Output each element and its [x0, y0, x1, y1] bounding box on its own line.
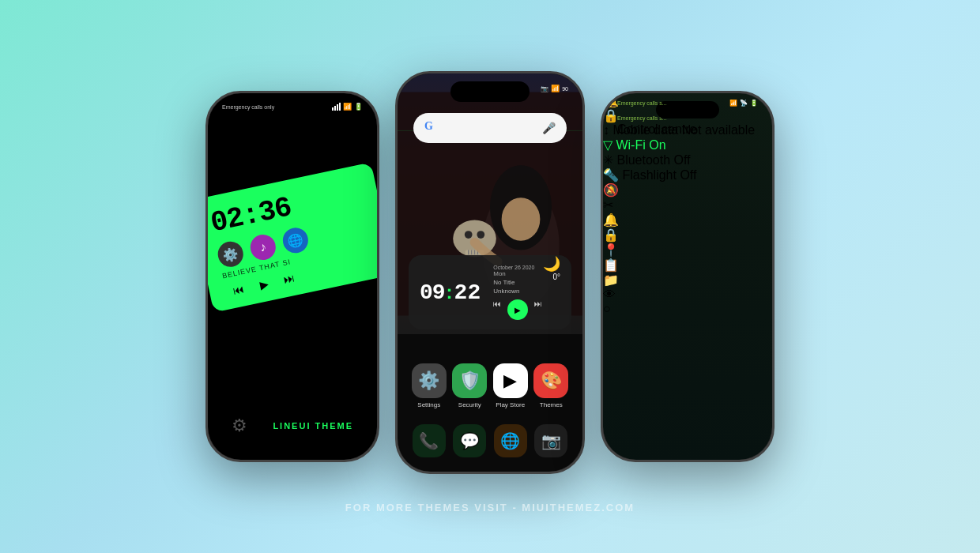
tile-flashlight-title: Flashlight — [622, 168, 676, 182]
security-icon-app: 🛡️ — [452, 363, 487, 398]
signal-icon — [332, 103, 341, 111]
browser-app-icon[interactable]: 🌐 — [281, 225, 311, 255]
app-label-themes: Themes — [540, 401, 563, 408]
tile-flashlight[interactable]: 🔦 Flashlight Off — [603, 167, 772, 182]
tile-bluetooth[interactable]: ✳ Bluetooth Off — [603, 152, 772, 167]
browser-icon: 🌐 — [286, 231, 305, 250]
music-controls-center: ⏮ ▶ ⏭ — [493, 299, 560, 320]
weather-temp: 0° — [552, 273, 560, 281]
tile-wifi-sub: On — [649, 138, 665, 152]
cc-signal-icon: 📶 — [729, 100, 737, 107]
mute-icon[interactable]: 🔕 — [603, 182, 772, 198]
tile-bluetooth-sub: Off — [674, 153, 691, 167]
cc-wifi-icon: 📡 — [740, 100, 748, 107]
files-icon[interactable]: 📁 — [603, 273, 772, 288]
eye-icon[interactable]: 👁 — [603, 288, 772, 302]
brightness-icon: ○ — [603, 302, 611, 315]
prev-button[interactable]: ⏮ — [232, 282, 246, 297]
dock-row: 📞 💬 🌐 📷 — [409, 424, 571, 457]
app-label-playstore: Play Store — [496, 401, 525, 408]
dock-phone[interactable]: 📞 — [413, 424, 446, 457]
camera-icon: 📷 — [541, 85, 548, 92]
wifi-cc-icon: ▽ — [603, 138, 612, 152]
settings-icon-app: ⚙️ — [412, 363, 447, 398]
tile-bluetooth-title: Bluetooth — [616, 153, 670, 167]
cc-icons-row1: 🔕 ✂ 🔔 🔒 — [603, 182, 772, 243]
phone-right: Emergency calls s... 📶 📡 🔋 Emergency cal… — [601, 91, 775, 462]
app-security[interactable]: 🛡️ Security — [452, 363, 487, 408]
rewind-btn[interactable]: ⏮ — [493, 299, 501, 320]
clock-music-widget: 09 : 22 October 26 2020 Mon No Title Unk… — [409, 255, 571, 329]
status-bar-left: Emergency calls only 📶 🔋 — [208, 103, 377, 111]
dock-camera[interactable]: 📷 — [534, 424, 567, 457]
clock-colon: : — [447, 281, 453, 303]
tile-wifi[interactable]: ▽ Wi-Fi On — [603, 137, 772, 152]
music-app-icon[interactable]: ♪ — [248, 232, 278, 262]
dock-browser[interactable]: 🌐 — [494, 424, 527, 457]
clock-min: 22 — [454, 280, 481, 305]
music-widget: 02:36 ⚙️ ♪ 🌐 BELIEVE THAT SI ⏮ ▶ — [208, 162, 377, 312]
flashlight-icon: 🔦 — [603, 168, 619, 182]
phone-left: Emergency calls only 📶 🔋 02:36 — [205, 91, 379, 462]
bell-icon[interactable]: 🔔 — [603, 213, 772, 228]
weather-moon-icon: 🌙 — [543, 255, 560, 273]
wifi-icon: 📶 — [343, 103, 352, 111]
fast-forward-btn[interactable]: ⏭ — [534, 299, 542, 320]
play-button[interactable]: ▶ — [258, 277, 270, 292]
clipboard-icon[interactable]: 📋 — [603, 258, 772, 273]
clock-hour: 09 — [420, 280, 445, 305]
playstore-icon-app: ▶ — [493, 363, 528, 398]
brightness-row: ○ — [603, 302, 772, 316]
play-btn-center[interactable]: ▶ — [507, 299, 528, 320]
cc-emergency-text: Emergency calls s... — [617, 100, 667, 106]
status-icons-center: 📷 📶 90 — [541, 85, 568, 92]
cc-icons-row2: 📍 📋 📁 👁 — [603, 243, 772, 302]
app-themes[interactable]: 🎨 Themes — [533, 363, 568, 408]
app-settings[interactable]: ⚙️ Settings — [412, 363, 447, 408]
cc-status-bar: Emergency calls s... 📶 📡 🔋 — [617, 100, 758, 107]
cc-title-area: Emergency calls s... Control centre — [617, 115, 758, 137]
emergency-text-left: Emergency calls only — [222, 104, 274, 110]
settings-app-icon[interactable]: ⚙️ — [216, 239, 246, 269]
themes-icon-app: 🎨 — [533, 363, 568, 398]
cc-status-icons: 📶 📡 🔋 — [729, 100, 758, 107]
cc-battery-icon: 🔋 — [750, 100, 758, 107]
lock-sm-icon[interactable]: 🔒 — [603, 228, 772, 243]
google-logo: G — [424, 120, 440, 136]
status-bar-center: 📷 📶 90 — [398, 85, 582, 92]
svg-point-3 — [502, 198, 541, 241]
bottom-bar-left: ⚙ LINEUI THEME — [208, 416, 377, 436]
bluetooth-icon: ✳ — [603, 153, 613, 167]
battery-icon: 🔋 — [354, 103, 363, 111]
tile-flashlight-sub: Off — [680, 168, 696, 182]
scissors-icon[interactable]: ✂ — [603, 198, 772, 213]
weather-widget: 🌙 0° — [543, 255, 560, 281]
search-bar[interactable]: G 🎤 — [413, 113, 567, 143]
settings-bottom-icon[interactable]: ⚙ — [232, 416, 247, 436]
svg-point-6 — [477, 231, 484, 239]
battery-c-icon: 90 — [562, 86, 568, 92]
phone-center-screen: 📷 📶 90 — [398, 73, 582, 472]
app-label-security: Security — [458, 401, 481, 408]
next-button[interactable]: ⏭ — [282, 272, 296, 287]
lineui-label: LINEUI THEME — [273, 421, 353, 431]
wifi-icon-c: 📶 — [551, 85, 560, 92]
phones-container: Emergency calls only 📶 🔋 02:36 — [205, 0, 775, 553]
tile-wifi-title: Wi-Fi — [616, 138, 645, 152]
phone-center: 📷 📶 90 — [395, 71, 585, 474]
location-icon[interactable]: 📍 — [603, 243, 772, 258]
app-grid: ⚙️ Settings 🛡️ Security ▶ Play Store 🎨 T… — [409, 363, 571, 408]
mobile-data-icon: ↕️ — [603, 123, 609, 137]
app-playstore[interactable]: ▶ Play Store — [493, 363, 528, 408]
svg-point-5 — [465, 231, 473, 239]
music-artist: Unknown — [493, 288, 560, 295]
phone-right-screen: Emergency calls s... 📶 📡 🔋 Emergency cal… — [603, 93, 772, 460]
mic-icon[interactable]: 🎤 — [542, 122, 556, 134]
music-note-icon: ♪ — [258, 239, 268, 254]
dock-messages[interactable]: 💬 — [453, 424, 486, 457]
app-label-settings: Settings — [417, 401, 440, 408]
phone-left-screen: Emergency calls only 📶 🔋 02:36 — [208, 93, 377, 460]
status-icons-left: 📶 🔋 — [332, 103, 363, 111]
cc-title: Control centre — [617, 122, 758, 137]
settings-icon: ⚙️ — [221, 245, 240, 263]
